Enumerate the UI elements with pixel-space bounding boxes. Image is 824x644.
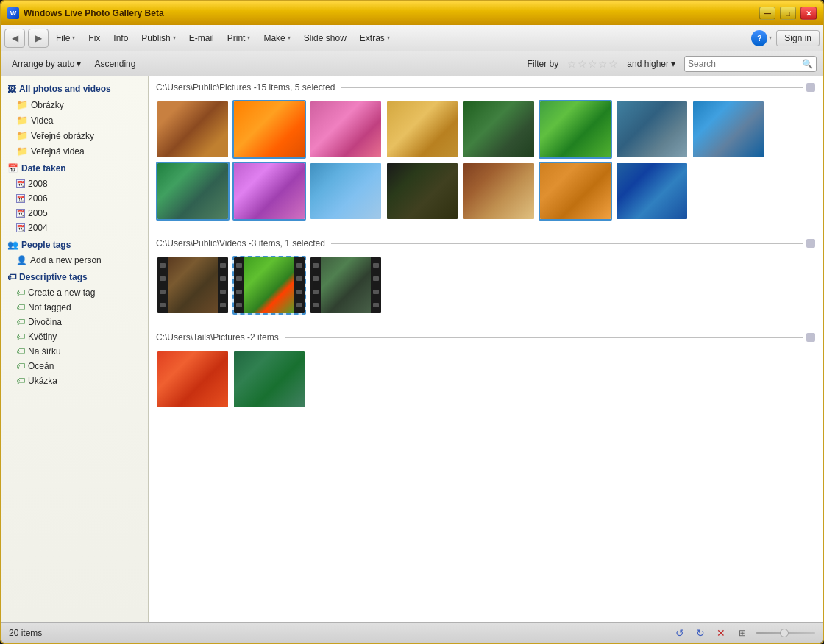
menu-extras[interactable]: Extras▾	[354, 29, 396, 48]
sidebar-date-2006[interactable]: 📆 2006	[1, 191, 148, 206]
menu-fix[interactable]: Fix	[82, 29, 106, 48]
film-hole	[236, 263, 242, 268]
search-box[interactable]: 🔍	[684, 56, 817, 72]
list-view-button[interactable]: ⊞	[734, 626, 750, 640]
film-hole	[313, 303, 319, 307]
sidebar-tag-divocina[interactable]: 🏷 Divočina	[1, 315, 148, 329]
sidebar-tag-na-sirku[interactable]: 🏷 Na šířku	[1, 344, 148, 359]
photo-thumb[interactable]	[539, 162, 612, 221]
back-button[interactable]: ◀	[4, 29, 25, 48]
search-input[interactable]	[688, 59, 802, 69]
star-5[interactable]: ☆	[608, 58, 618, 70]
photo-thumb[interactable]	[386, 162, 459, 221]
photo-thumb[interactable]	[309, 162, 383, 221]
photo-image	[157, 163, 228, 219]
video-thumb[interactable]	[156, 256, 230, 315]
group-header-tails: C:\Users\Tails\Pictures - 2 items	[149, 326, 823, 347]
zoom-handle[interactable]	[780, 629, 789, 637]
group-scroll-button[interactable]	[806, 239, 815, 248]
and-higher-section[interactable]: and higher ▾	[622, 57, 680, 71]
status-item-count: 20 items	[9, 628, 667, 638]
sidebar-descriptive-section[interactable]: 🏷 Descriptive tags	[1, 268, 148, 285]
photo-thumb[interactable]	[615, 100, 689, 159]
photo-thumb[interactable]	[462, 162, 536, 221]
photo-thumb[interactable]	[156, 350, 230, 409]
sidebar-date-2008[interactable]: 📆 2008	[1, 176, 148, 191]
sidebar-date-2005[interactable]: 📆 2005	[1, 206, 148, 221]
group-path-pictures: C:\Users\Public\Pictures -	[156, 82, 257, 93]
maximize-button[interactable]: □	[780, 7, 796, 20]
group-scroll-button[interactable]	[806, 333, 815, 342]
redo-button[interactable]: ↻	[693, 626, 708, 640]
gallery-group-videos: C:\Users\Public\Videos - 3 items, 1 sele…	[149, 232, 823, 326]
star-rating[interactable]: ☆ ☆ ☆ ☆ ☆	[567, 58, 618, 70]
film-hole	[160, 303, 166, 307]
photo-thumb[interactable]	[615, 162, 689, 221]
film-hole	[313, 263, 319, 268]
menu-file[interactable]: File▾	[50, 29, 81, 48]
photo-thumb[interactable]	[462, 100, 536, 159]
sidebar-tag-ocean[interactable]: 🏷 Oceán	[1, 359, 148, 373]
sidebar-tag-kvetiny[interactable]: 🏷 Květiny	[1, 329, 148, 344]
film-hole	[220, 263, 226, 268]
star-1[interactable]: ☆	[567, 58, 577, 70]
sign-in-button[interactable]: Sign in	[776, 30, 820, 46]
filmstrip-left	[310, 257, 321, 313]
sidebar-add-person[interactable]: 👤 Add a new person	[1, 253, 148, 268]
tag-section-icon: 🏷	[7, 272, 16, 282]
group-scroll-button[interactable]	[806, 83, 815, 92]
sidebar-item-obrazky[interactable]: 📁 Obrázky	[1, 97, 148, 112]
menu-make[interactable]: Make▾	[258, 29, 296, 48]
photo-thumb[interactable]	[156, 100, 230, 159]
date-icon: 📆	[16, 209, 25, 218]
sidebar-tag-not-tagged[interactable]: 🏷 Not tagged	[1, 300, 148, 315]
menu-print[interactable]: Print▾	[221, 29, 257, 48]
star-3[interactable]: ☆	[588, 58, 597, 70]
menu-info[interactable]: Info	[107, 29, 134, 48]
photo-image	[617, 163, 687, 219]
menu-publish[interactable]: Publish▾	[135, 29, 181, 48]
group-path-tails: C:\Users\Tails\Pictures -	[156, 332, 250, 343]
close-button[interactable]: ✕	[800, 7, 817, 20]
sidebar-item-videa[interactable]: 📁 Videa	[1, 112, 148, 128]
arrange-by-button[interactable]: Arrange by auto ▾	[7, 57, 85, 71]
video-thumb[interactable]	[232, 256, 306, 315]
ascending-button[interactable]: Ascending	[90, 57, 140, 71]
sidebar-date-section[interactable]: 📅 Date taken	[1, 159, 148, 176]
sidebar-create-tag[interactable]: 🏷 Create a new tag	[1, 285, 148, 300]
sidebar-people-section[interactable]: 👥 People tags	[1, 235, 148, 253]
photo-thumb[interactable]	[386, 100, 459, 159]
photo-thumb[interactable]	[692, 100, 765, 159]
photo-thumb[interactable]	[232, 100, 306, 159]
sidebar-tag-ukazka[interactable]: 🏷 Ukázka	[1, 373, 148, 388]
star-4[interactable]: ☆	[598, 58, 608, 70]
photo-thumb[interactable]	[539, 100, 612, 159]
sidebar-all-photos[interactable]: 🖼 All photos and videos	[1, 79, 148, 97]
help-arrow[interactable]: ▾	[769, 35, 772, 41]
photo-thumb[interactable]	[232, 162, 306, 221]
forward-button[interactable]: ▶	[28, 29, 49, 48]
photo-thumb[interactable]	[232, 350, 306, 409]
film-hole	[296, 263, 302, 268]
photo-thumb[interactable]	[309, 100, 383, 159]
tag-icon: 🏷	[16, 332, 25, 342]
delete-button[interactable]: ✕	[714, 626, 728, 640]
menu-email[interactable]: E-mail	[183, 29, 220, 48]
sidebar-item-verejne-videa[interactable]: 📁 Veřejná videa	[1, 143, 148, 159]
film-hole	[160, 276, 166, 281]
star-2[interactable]: ☆	[578, 58, 587, 70]
app-window: W Windows Live Photo Gallery Beta — □ ✕ …	[0, 0, 824, 644]
help-button[interactable]: ?	[751, 30, 767, 46]
minimize-button[interactable]: —	[759, 7, 775, 20]
video-thumb[interactable]	[309, 256, 383, 315]
menu-slideshow[interactable]: Slide show	[298, 29, 352, 48]
undo-button[interactable]: ↺	[672, 626, 687, 640]
video-frame	[234, 257, 305, 313]
zoom-slider[interactable]	[756, 632, 815, 634]
photo-thumb[interactable]	[156, 162, 230, 221]
sidebar-date-2004[interactable]: 📆 2004	[1, 221, 148, 235]
film-hole	[296, 290, 302, 294]
film-hole	[296, 276, 302, 281]
sidebar-item-verejne-obrazky[interactable]: 📁 Veřejné obrázky	[1, 128, 148, 143]
video-frame	[157, 257, 228, 313]
